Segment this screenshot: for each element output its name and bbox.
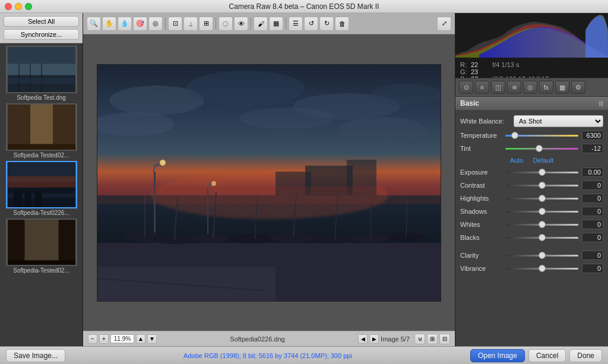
tab-camera-calib[interactable]: ⚙ bbox=[571, 81, 585, 94]
contrast-slider[interactable] bbox=[505, 185, 578, 186]
exposure-label: Exposure bbox=[460, 169, 502, 176]
b-label: B: bbox=[460, 75, 468, 78]
zoom-stepper-up[interactable]: ▲ bbox=[136, 334, 145, 344]
synchronize-button[interactable]: Synchronize... bbox=[4, 29, 79, 40]
zoom-value: 11.9% bbox=[110, 334, 134, 343]
r-value: 22 bbox=[471, 61, 478, 68]
nav-controls: ◀ ▶ Image 5/7 bbox=[358, 334, 410, 344]
transform-tool-button[interactable]: ⊞ bbox=[199, 17, 213, 31]
vibrance-slider[interactable] bbox=[505, 268, 578, 270]
tab-hsl[interactable]: ◎ bbox=[523, 81, 537, 94]
thumbnail-image bbox=[6, 46, 77, 93]
list-item[interactable]: Softpedia Tested02... bbox=[2, 103, 80, 159]
save-image-button[interactable]: Save Image... bbox=[6, 349, 65, 362]
section-expand-icon: ||| bbox=[598, 100, 603, 106]
status-bar: − + 11.9% ▲ ▼ Softpedia0226.dng ◀ ▶ Imag… bbox=[83, 331, 455, 346]
default-link[interactable]: Default bbox=[533, 157, 553, 164]
crop-tool-button[interactable]: ⊡ bbox=[168, 17, 182, 31]
highlights-slider[interactable] bbox=[505, 198, 578, 200]
adjustment-brush-button[interactable]: 🖌 bbox=[254, 17, 268, 31]
maximize-button[interactable] bbox=[25, 3, 32, 10]
temperature-slider-container bbox=[505, 131, 578, 140]
tab-basic[interactable]: ≡ bbox=[475, 81, 489, 94]
spot-removal-button[interactable]: ◌ bbox=[218, 17, 233, 31]
svg-rect-8 bbox=[8, 105, 30, 150]
zoom-in-button[interactable]: + bbox=[99, 334, 109, 344]
rgb-values: R: 22 f/4 1/13 s G: 23 B: 27 ISO 100 17-… bbox=[455, 59, 608, 78]
tab-histogram[interactable]: ⊙ bbox=[459, 81, 473, 94]
image-filename: Softpedia0226.dng bbox=[162, 335, 353, 343]
contrast-value[interactable]: 0 bbox=[582, 181, 603, 190]
gradient-filter-button[interactable]: ▦ bbox=[269, 17, 283, 31]
expand-button[interactable]: ⤢ bbox=[437, 17, 451, 31]
tint-slider[interactable] bbox=[505, 148, 578, 150]
color-sampler-button[interactable]: 🎯 bbox=[133, 17, 147, 31]
zoom-tool-button[interactable]: 🔍 bbox=[87, 17, 101, 31]
trash-button[interactable]: 🗑 bbox=[335, 17, 349, 31]
whites-slider[interactable] bbox=[505, 224, 578, 226]
toggle-list-button[interactable]: ☰ bbox=[289, 17, 303, 31]
svg-point-31 bbox=[370, 84, 441, 105]
svg-point-33 bbox=[240, 107, 335, 129]
whites-value[interactable]: 0 bbox=[582, 220, 603, 229]
done-button[interactable]: Done bbox=[569, 349, 602, 362]
tab-tone-curve[interactable]: ◫ bbox=[491, 81, 505, 94]
tab-detail[interactable]: ≋ bbox=[507, 81, 521, 94]
highlights-value[interactable]: 0 bbox=[582, 194, 603, 203]
close-button[interactable] bbox=[5, 3, 12, 10]
title-bar: Camera Raw 8.4 beta – Canon EOS 5D Mark … bbox=[0, 0, 608, 13]
basic-section-title: Basic bbox=[460, 99, 479, 107]
grid-view-button[interactable]: ⊞ bbox=[427, 334, 438, 344]
compare-button[interactable]: ⊟ bbox=[439, 334, 450, 344]
blacks-value[interactable]: 0 bbox=[582, 233, 603, 242]
vibrance-value[interactable]: 0 bbox=[582, 264, 603, 273]
zoom-out-button[interactable]: − bbox=[88, 334, 97, 344]
nav-prev-button[interactable]: ◀ bbox=[358, 334, 368, 344]
exposure-slider[interactable] bbox=[505, 172, 578, 173]
select-all-button[interactable]: Select All bbox=[4, 16, 79, 27]
straighten-tool-button[interactable]: ⟂ bbox=[183, 17, 198, 31]
temperature-value[interactable]: 6300 bbox=[582, 131, 603, 140]
list-item[interactable]: Softpedia-Test0226... bbox=[2, 161, 80, 216]
red-eye-button[interactable]: 👁 bbox=[234, 17, 248, 31]
toolbar-separator-3 bbox=[251, 18, 251, 30]
color-profile-link[interactable]: Adobe RGB (1998); 8 bit; 5616 by 3744 (2… bbox=[183, 352, 352, 359]
toolbar-separator-4 bbox=[286, 18, 286, 30]
auto-link[interactable]: Auto bbox=[510, 157, 524, 164]
white-balance-select[interactable]: As Shot Auto Daylight Cloudy Shade Tungs… bbox=[514, 115, 603, 127]
clarity-slider-container bbox=[505, 251, 578, 259]
tint-value[interactable]: -12 bbox=[582, 144, 603, 153]
shadows-value[interactable]: 0 bbox=[582, 207, 603, 216]
list-item[interactable]: Softpedia-Tested02... bbox=[2, 219, 80, 274]
minimize-button[interactable] bbox=[15, 3, 22, 10]
white-balance-row: White Balance: As Shot Auto Daylight Clo… bbox=[460, 115, 603, 127]
highlights-slider-container bbox=[505, 194, 578, 202]
target-adj-button[interactable]: ◎ bbox=[148, 17, 163, 31]
rotate-ccw-button[interactable]: ↺ bbox=[304, 17, 318, 31]
bottom-right: Open Image Cancel Done bbox=[470, 349, 602, 362]
vibrance-label: Vibrance bbox=[460, 265, 502, 272]
shadows-slider[interactable] bbox=[505, 211, 578, 213]
blacks-slider[interactable] bbox=[505, 237, 578, 239]
tab-effects[interactable]: fx bbox=[539, 81, 553, 94]
g-value: 23 bbox=[471, 68, 478, 75]
white-balance-tool-button[interactable]: 💧 bbox=[118, 17, 132, 31]
camera-info-line1: f/4 1/13 s bbox=[492, 61, 519, 68]
clarity-value[interactable]: 0 bbox=[582, 251, 603, 260]
zoom-stepper-down[interactable]: ▼ bbox=[147, 334, 157, 344]
open-image-button[interactable]: Open Image bbox=[470, 349, 525, 362]
rotate-cw-button[interactable]: ↻ bbox=[319, 17, 334, 31]
tab-lens[interactable]: ▦ bbox=[555, 81, 569, 94]
filter-button[interactable]: ⊎ bbox=[414, 334, 425, 344]
thumb-scene-1 bbox=[7, 47, 76, 92]
temperature-slider[interactable] bbox=[505, 135, 578, 137]
svg-rect-38 bbox=[154, 172, 156, 243]
nav-next-button[interactable]: ▶ bbox=[369, 334, 379, 344]
hand-tool-button[interactable]: ✋ bbox=[102, 17, 116, 31]
list-item[interactable]: Softpedia Test.dng bbox=[2, 46, 80, 101]
shadows-label: Shadows bbox=[460, 208, 502, 215]
cancel-button[interactable]: Cancel bbox=[528, 349, 566, 362]
clarity-slider[interactable] bbox=[505, 255, 578, 257]
histogram-svg bbox=[455, 13, 608, 58]
exposure-value[interactable]: 0.00 bbox=[582, 167, 603, 177]
